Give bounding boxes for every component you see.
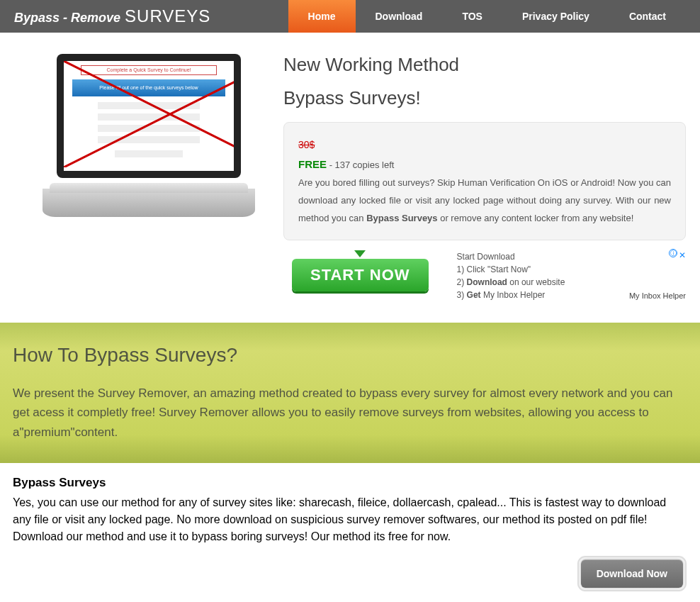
- nav-contact[interactable]: Contact: [609, 0, 686, 33]
- bottom-title: Bypass Surveys: [13, 476, 687, 490]
- bottom-section: Bypass Surveys Yes, you can use our meth…: [0, 463, 700, 601]
- ad-close-icon[interactable]: ✕: [679, 249, 686, 262]
- offer-box: 30$ FREE - 137 copies left Are you bored…: [283, 122, 686, 240]
- nav-home[interactable]: Home: [288, 0, 356, 33]
- laptop-image: Complete a Quick Survey to Continue! Ple…: [43, 54, 255, 217]
- ad-controls[interactable]: ⓘ ✕: [669, 249, 686, 262]
- cross-out-icon: [64, 61, 234, 167]
- cta-row: START NOW ⓘ ✕ Start Download 1) Click "S…: [283, 250, 686, 301]
- free-label: FREE: [298, 158, 327, 170]
- how-to-body: We present the Survey Remover, an amazin…: [13, 384, 687, 442]
- bottom-body: Yes, you can use our method for any of s…: [13, 494, 687, 545]
- svg-line-0: [64, 61, 234, 167]
- start-now-button[interactable]: START NOW: [292, 259, 429, 291]
- how-to-section: How To Bypass Surveys? We present the Su…: [0, 323, 700, 463]
- download-now-button[interactable]: Download Now: [581, 559, 683, 588]
- main-nav: Home Download TOS Privacy Policy Contact: [288, 0, 686, 33]
- nav-download[interactable]: Download: [356, 0, 443, 33]
- arrow-down-icon: [354, 250, 366, 257]
- hero-content: New Working Method Bypass Surveys! 30$ F…: [283, 54, 686, 301]
- nav-tos[interactable]: TOS: [442, 0, 502, 33]
- ad-line-1: Start Download: [457, 250, 686, 263]
- copies-left: - 137 copies left: [327, 160, 394, 170]
- ad-brand: My Inbox Helper: [629, 290, 686, 302]
- ad-line-3: 2) Download on our website: [457, 276, 686, 289]
- ad-line-2: 1) Click "Start Now": [457, 263, 686, 276]
- hero-section: Complete a Quick Survey to Continue! Ple…: [0, 33, 700, 323]
- how-to-title: How To Bypass Surveys?: [13, 344, 687, 367]
- ad-block[interactable]: ⓘ ✕ Start Download 1) Click "Start Now" …: [457, 250, 686, 301]
- svg-line-1: [64, 61, 234, 167]
- old-price: 30$: [298, 139, 315, 150]
- header: Bypass - Remove SURVEYS Home Download TO…: [0, 0, 700, 33]
- logo-text-a: Bypass - Remove: [14, 11, 120, 26]
- logo-text-b: SURVEYS: [125, 6, 210, 26]
- hero-title-1: New Working Method: [283, 54, 686, 76]
- hero-title-2: Bypass Surveys!: [283, 87, 686, 109]
- site-logo[interactable]: Bypass - Remove SURVEYS: [0, 6, 210, 26]
- ad-info-icon[interactable]: ⓘ: [669, 249, 677, 257]
- offer-description: Are you bored filling out surveys? Skip …: [298, 174, 671, 227]
- nav-privacy[interactable]: Privacy Policy: [502, 0, 609, 33]
